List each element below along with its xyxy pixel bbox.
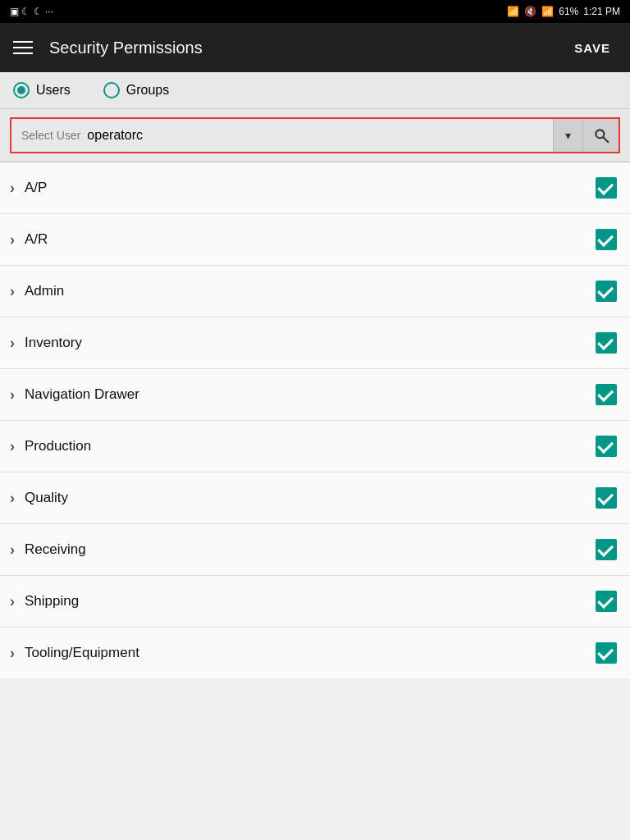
permission-label-shipping: Shipping [25, 593, 79, 609]
page-title: Security Permissions [49, 39, 203, 57]
hamburger-line-2 [13, 47, 33, 48]
permission-left-admin: › Admin [10, 283, 64, 300]
tab-groups[interactable]: Groups [103, 82, 169, 98]
checkbox-shipping[interactable] [596, 591, 617, 612]
permission-left-tooling-equipment: › Tooling/Equipment [10, 645, 139, 662]
chevron-icon-quality: › [10, 490, 15, 507]
checkbox-tooling-equipment[interactable] [596, 642, 617, 664]
mute-icon: 🔇 [524, 6, 536, 17]
permission-label-ap: A/P [25, 180, 47, 196]
permission-label-admin: Admin [25, 283, 64, 299]
search-button[interactable] [582, 119, 619, 152]
permission-item-receiving[interactable]: › Receiving [0, 524, 630, 576]
permission-item-tooling-equipment[interactable]: › Tooling/Equipment [0, 628, 630, 678]
checkbox-navigation-drawer[interactable] [596, 384, 617, 405]
permission-item-admin[interactable]: › Admin [0, 266, 630, 317]
chevron-icon-admin: › [10, 283, 15, 300]
wifi-icon: 📶 [541, 6, 554, 17]
status-bar: ▣ ☾ ☾ ··· 📶 🔇 📶 61% 1:21 PM [0, 0, 630, 23]
chevron-icon-navigation-drawer: › [10, 386, 15, 404]
radio-groups[interactable] [103, 82, 120, 98]
permission-item-inventory[interactable]: › Inventory [0, 317, 630, 369]
permission-item-ap[interactable]: › A/P [0, 162, 630, 214]
search-box: Select User ▾ [10, 117, 620, 153]
radio-users[interactable] [13, 82, 30, 98]
search-icon [593, 127, 609, 144]
battery-level: 61% [559, 6, 578, 17]
permission-label-quality: Quality [25, 490, 68, 506]
checkbox-ap[interactable] [596, 177, 617, 199]
permission-left-inventory: › Inventory [10, 335, 82, 352]
app-bar-left: Security Permissions [13, 39, 203, 57]
chevron-icon-ap: › [10, 180, 15, 197]
clock: 1:21 PM [583, 6, 620, 17]
checkbox-ar[interactable] [596, 229, 617, 250]
permission-label-receiving: Receiving [25, 541, 86, 558]
tab-groups-label: Groups [126, 83, 169, 98]
status-left: ▣ ☾ ☾ ··· [10, 6, 53, 17]
permission-left-navigation-drawer: › Navigation Drawer [10, 386, 139, 404]
permission-left-quality: › Quality [10, 490, 68, 507]
hamburger-line-1 [13, 41, 33, 43]
app-icons: ▣ ☾ ☾ ··· [10, 6, 53, 17]
permission-item-ar[interactable]: › A/R [0, 214, 630, 266]
permission-label-tooling-equipment: Tooling/Equipment [25, 645, 139, 661]
permission-left-ar: › A/R [10, 231, 48, 249]
search-input[interactable] [80, 128, 553, 143]
permission-item-shipping[interactable]: › Shipping [0, 576, 630, 628]
menu-button[interactable] [13, 41, 33, 54]
permission-item-production[interactable]: › Production [0, 421, 630, 472]
permission-label-production: Production [25, 438, 91, 454]
search-label: Select User [11, 129, 80, 142]
app-bar: Security Permissions SAVE [0, 23, 630, 72]
checkbox-quality[interactable] [596, 487, 617, 509]
permissions-list: › A/P › A/R › Admin › Inventory [0, 162, 630, 678]
search-row: Select User ▾ [0, 109, 630, 162]
save-button[interactable]: SAVE [568, 34, 617, 62]
permission-left-receiving: › Receiving [10, 541, 86, 559]
permission-left-production: › Production [10, 438, 91, 455]
bluetooth-icon: 📶 [507, 6, 519, 17]
chevron-icon-tooling-equipment: › [10, 645, 15, 662]
chevron-icon-receiving: › [10, 541, 15, 559]
permission-left-shipping: › Shipping [10, 593, 79, 610]
permission-item-navigation-drawer[interactable]: › Navigation Drawer [0, 369, 630, 421]
chevron-icon-inventory: › [10, 335, 15, 352]
permission-label-ar: A/R [25, 231, 48, 248]
dropdown-button[interactable]: ▾ [553, 119, 582, 152]
permission-label-inventory: Inventory [25, 335, 82, 351]
status-right: 📶 🔇 📶 61% 1:21 PM [507, 6, 620, 17]
svg-line-1 [603, 138, 608, 143]
hamburger-line-3 [13, 52, 33, 54]
checkbox-production[interactable] [596, 436, 617, 457]
chevron-icon-ar: › [10, 231, 15, 249]
permission-left-ap: › A/P [10, 180, 47, 197]
permission-label-navigation-drawer: Navigation Drawer [25, 386, 139, 403]
checkbox-inventory[interactable] [596, 332, 617, 354]
permission-item-quality[interactable]: › Quality [0, 472, 630, 524]
tab-users-label: Users [36, 83, 71, 98]
tab-row: Users Groups [0, 72, 630, 109]
checkbox-receiving[interactable] [596, 539, 617, 560]
chevron-icon-production: › [10, 438, 15, 455]
chevron-icon-shipping: › [10, 593, 15, 610]
tab-users[interactable]: Users [13, 82, 71, 98]
checkbox-admin[interactable] [596, 281, 617, 302]
